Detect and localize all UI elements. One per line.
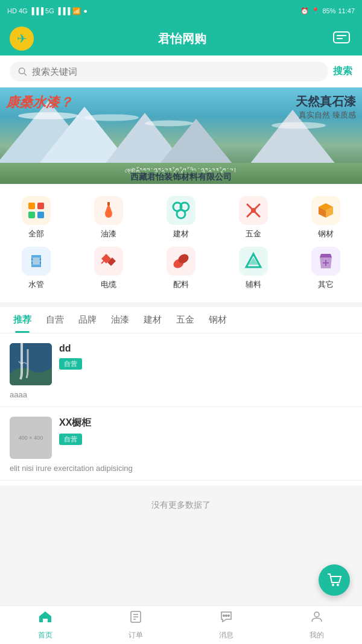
svg-rect-5 <box>28 203 35 209</box>
category-row-2: 水管 电缆 配料 <box>0 244 362 292</box>
time-display: 11:47 <box>338 7 355 14</box>
svg-rect-0 <box>334 32 349 43</box>
logo-symbol: ✈ <box>17 31 27 46</box>
tab-steel[interactable]: 钢材 <box>203 307 233 333</box>
product-info: dd 自营 <box>59 343 352 370</box>
product-top: 400 × 400 XX橱柜 自营 <box>10 417 352 459</box>
category-item-hardware[interactable]: 五金 <box>229 196 278 239</box>
product-description: elit nisi irure exercitation adipisicing <box>10 459 352 480</box>
location-icon: 📍 <box>311 7 320 15</box>
fittings-icon <box>171 251 191 271</box>
svg-point-38 <box>314 612 319 617</box>
svg-point-3 <box>19 68 25 74</box>
banner: 康桑水漆？ 天然真石漆 真实自然 臻质感 ক্কৌ་རྟོགས་བཀྲ་ལྡན་… <box>0 87 362 184</box>
no-more-data: 没有更多数据了 <box>0 485 362 525</box>
category-item-auxiliary[interactable]: 辅料 <box>229 247 278 290</box>
steel-icon <box>316 201 335 220</box>
category-label-all: 全部 <box>28 229 44 239</box>
message-icon <box>219 610 233 628</box>
tab-paint[interactable]: 油漆 <box>105 307 135 333</box>
nav-home[interactable]: 首页 <box>0 605 91 644</box>
svg-point-12 <box>177 210 185 218</box>
tab-hardware[interactable]: 五金 <box>170 307 200 333</box>
cart-fab[interactable] <box>319 564 350 596</box>
category-label-paint: 油漆 <box>101 229 116 239</box>
svg-point-35 <box>223 615 224 616</box>
tab-recommend[interactable]: 推荐 <box>7 307 37 333</box>
hardware-icon <box>244 201 263 220</box>
chat-button[interactable] <box>331 28 352 49</box>
nav-order[interactable]: 订单 <box>91 605 181 644</box>
building-icon <box>171 201 191 220</box>
product-item[interactable]: dd 自营 aaaa <box>0 333 362 407</box>
other-icon <box>316 251 335 271</box>
product-name: XX橱柜 <box>59 417 352 429</box>
category-item-other[interactable]: 其它 <box>302 247 350 290</box>
nav-message[interactable]: 消息 <box>181 605 272 644</box>
svg-rect-7 <box>28 212 35 218</box>
order-icon <box>129 610 143 628</box>
nav-profile-label: 我的 <box>310 630 324 640</box>
product-list: dd 自营 aaaa 400 × 400 XX橱柜 自营 elit nisi i… <box>0 333 362 485</box>
banner-main-text: 天然真石漆 <box>296 93 356 110</box>
no-more-text: 没有更多数据了 <box>151 500 211 510</box>
cart-fab-icon <box>326 572 343 589</box>
category-row-1: 全部 油漆 建材 <box>0 194 362 242</box>
svg-point-15 <box>251 208 256 213</box>
nav-home-label: 首页 <box>38 630 52 640</box>
auxiliary-icon <box>244 251 263 271</box>
category-item-pipe[interactable]: 水管 <box>12 247 60 290</box>
banner-company-name: 西藏君怡装饰材料有限公司 <box>0 172 362 183</box>
category-label-pipe: 水管 <box>28 279 44 290</box>
header: ✈ 君怡网购 <box>0 22 362 55</box>
category-label-building: 建材 <box>173 229 189 239</box>
product-info: XX橱柜 自营 <box>59 417 352 445</box>
search-icon <box>18 67 27 77</box>
category-label-steel: 钢材 <box>318 229 334 239</box>
banner-top-right: 天然真石漆 真实自然 臻质感 <box>296 93 356 121</box>
category-item-all[interactable]: 全部 <box>12 196 60 239</box>
status-left: HD 4G ▐▐▐ 5G ▐▐▐ 📶 ● <box>7 7 87 15</box>
nav-profile[interactable]: 我的 <box>272 605 362 644</box>
product-thumbnail <box>10 343 52 385</box>
search-button[interactable]: 搜索 <box>333 65 352 78</box>
signal-icon: ● <box>83 7 87 14</box>
svg-point-36 <box>226 615 227 616</box>
profile-icon <box>310 610 324 628</box>
product-badge: 自营 <box>59 358 82 370</box>
category-item-fittings[interactable]: 配料 <box>157 247 205 290</box>
search-input[interactable] <box>32 66 320 77</box>
tab-selfrun[interactable]: 自营 <box>40 307 70 333</box>
category-label-hardware: 五金 <box>246 229 261 239</box>
product-item[interactable]: 400 × 400 XX橱柜 自营 elit nisi irure exerci… <box>0 407 362 481</box>
category-grid: 全部 油漆 建材 <box>0 184 362 302</box>
svg-point-30 <box>337 584 339 586</box>
all-icon <box>27 201 46 220</box>
category-item-building[interactable]: 建材 <box>157 196 205 239</box>
category-label-auxiliary: 辅料 <box>246 279 261 290</box>
app-logo[interactable]: ✈ <box>10 27 34 51</box>
category-item-paint[interactable]: 油漆 <box>84 196 133 239</box>
product-thumbnail: 400 × 400 <box>10 417 52 459</box>
network-indicator: HD 4G ▐▐▐ 5G ▐▐▐ <box>7 7 70 14</box>
banner-content: 康桑水漆？ 天然真石漆 真实自然 臻质感 ক্কৌ་རྟོགས་བཀྲ་ལྡན་… <box>0 87 362 184</box>
search-bar: 搜索 <box>0 55 362 87</box>
cable-icon <box>99 251 118 271</box>
chat-icon <box>333 31 350 46</box>
search-input-wrap[interactable] <box>10 62 328 81</box>
bottom-nav: 首页 订单 消息 <box>0 605 362 644</box>
nav-message-label: 消息 <box>219 630 233 640</box>
category-item-cable[interactable]: 电缆 <box>84 247 133 290</box>
pipe-icon <box>27 251 46 271</box>
tabs-bar: 推荐 自营 品牌 油漆 建材 五金 钢材 <box>0 307 362 333</box>
tab-building[interactable]: 建材 <box>138 307 168 333</box>
svg-point-29 <box>332 584 334 586</box>
banner-sub-text: 真实自然 臻质感 <box>296 110 356 121</box>
tab-brand[interactable]: 品牌 <box>72 307 103 333</box>
category-item-steel[interactable]: 钢材 <box>302 196 350 239</box>
app-title: 君怡网购 <box>158 31 206 47</box>
svg-line-4 <box>24 73 27 75</box>
svg-point-37 <box>228 615 229 616</box>
battery-level: 85% <box>322 7 335 14</box>
category-label-other: 其它 <box>318 279 334 290</box>
